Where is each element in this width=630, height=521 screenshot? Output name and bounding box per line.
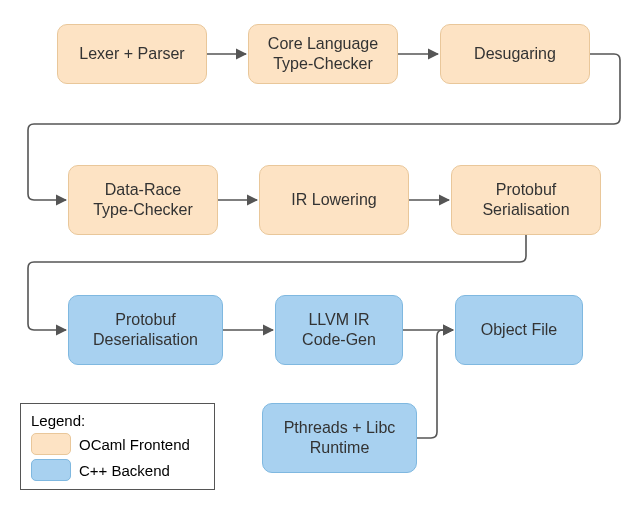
legend-swatch-ocaml <box>31 433 71 455</box>
node-label: Data-RaceType-Checker <box>93 180 193 220</box>
node-label: IR Lowering <box>291 190 376 210</box>
node-desugaring: Desugaring <box>440 24 590 84</box>
node-label: Core LanguageType-Checker <box>268 34 378 74</box>
legend-label-cpp: C++ Backend <box>79 462 170 479</box>
legend-swatch-cpp <box>31 459 71 481</box>
node-label: Desugaring <box>474 44 556 64</box>
node-pthreads-runtime: Pthreads + LibcRuntime <box>262 403 417 473</box>
node-label: LLVM IRCode-Gen <box>302 310 376 350</box>
node-llvm-codegen: LLVM IRCode-Gen <box>275 295 403 365</box>
node-lexer-parser: Lexer + Parser <box>57 24 207 84</box>
node-label: ProtobufDeserialisation <box>93 310 198 350</box>
legend-title: Legend: <box>31 412 204 429</box>
node-datarace-type-checker: Data-RaceType-Checker <box>68 165 218 235</box>
legend-box: Legend: OCaml Frontend C++ Backend <box>20 403 215 490</box>
legend-row-ocaml: OCaml Frontend <box>31 433 204 455</box>
node-protobuf-deserialisation: ProtobufDeserialisation <box>68 295 223 365</box>
node-core-type-checker: Core LanguageType-Checker <box>248 24 398 84</box>
node-ir-lowering: IR Lowering <box>259 165 409 235</box>
node-label: Lexer + Parser <box>79 44 184 64</box>
node-object-file: Object File <box>455 295 583 365</box>
node-label: Pthreads + LibcRuntime <box>284 418 396 458</box>
legend-row-cpp: C++ Backend <box>31 459 204 481</box>
legend-label-ocaml: OCaml Frontend <box>79 436 190 453</box>
node-protobuf-serialisation: ProtobufSerialisation <box>451 165 601 235</box>
node-label: Object File <box>481 320 557 340</box>
node-label: ProtobufSerialisation <box>482 180 569 220</box>
